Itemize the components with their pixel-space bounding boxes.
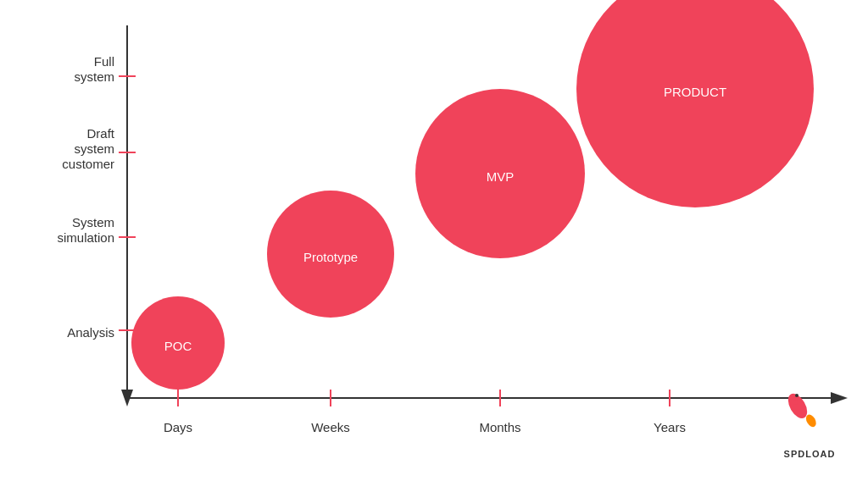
bubble-prototype-label: Prototype — [303, 250, 358, 264]
bubble-product — [576, 0, 814, 207]
y-label-full-system-2: system — [74, 69, 114, 84]
y-label-analysis: Analysis — [67, 325, 114, 340]
y-label-system-simulation-2: simulation — [57, 230, 114, 245]
bubble-poc-label: POC — [164, 339, 192, 353]
x-label-weeks: Weeks — [311, 420, 350, 434]
bubble-product-label: PRODUCT — [664, 85, 726, 99]
x-label-days: Days — [164, 420, 192, 434]
logo-group — [784, 390, 818, 428]
y-label-draft-system-2: system — [74, 141, 114, 156]
chart-container: Full system Draft system customer System… — [0, 0, 868, 481]
bubble-mvp-label: MVP — [487, 169, 515, 184]
y-label-draft-system: Draft — [86, 126, 114, 141]
y-label-draft-system-3: customer — [62, 157, 114, 171]
x-label-years: Years — [654, 420, 686, 434]
y-label-full-system: Full — [94, 54, 114, 69]
main-chart: Full system Draft system customer System… — [0, 0, 868, 481]
rocket-spark2 — [795, 394, 798, 397]
x-label-months: Months — [479, 420, 520, 434]
y-label-system-simulation: System — [72, 215, 114, 229]
rocket-spark — [793, 400, 798, 405]
logo-text: SPDLOAD — [784, 449, 836, 459]
